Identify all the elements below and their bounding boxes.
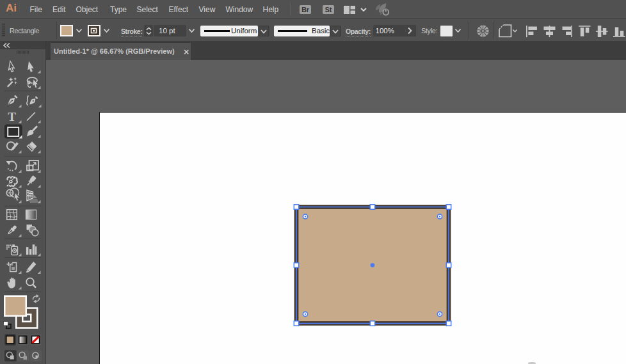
svg-text:T: T (8, 110, 16, 123)
